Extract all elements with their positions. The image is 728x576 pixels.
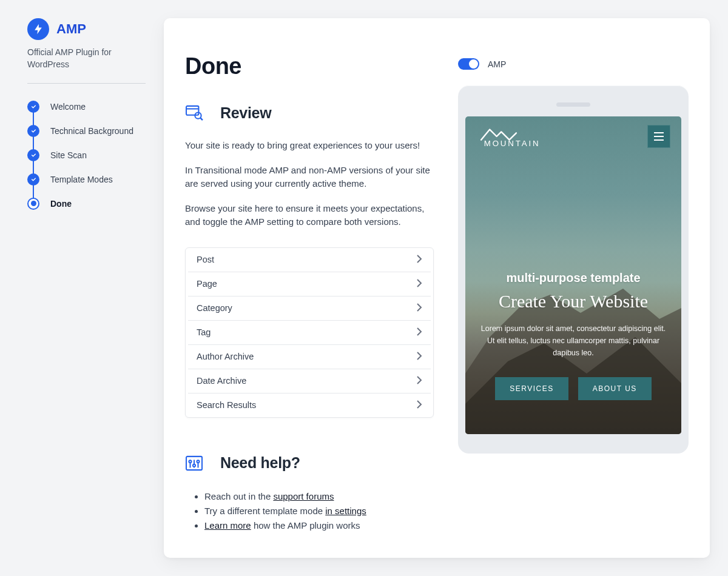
type-label: Search Results [197,400,256,410]
preview-heading: Create Your Website [477,291,669,312]
chevron-right-icon [416,303,422,313]
amp-toggle-label: AMP [488,59,506,69]
main-card: Done Review Your site is ready to bring … [164,18,710,558]
type-label: Page [197,279,217,289]
chevron-right-icon [416,352,422,362]
help-section-head: Need help? [185,454,434,472]
brand-subtitle: Official AMP Plugin for WordPress [27,46,146,71]
type-label: Category [197,303,232,313]
type-label: Tag [197,327,211,337]
step-welcome[interactable]: Welcome [27,95,146,119]
settings-sliders-icon [185,454,203,472]
step-label: Done [50,199,72,209]
type-tag[interactable]: Tag [188,321,431,345]
step-technical-background[interactable]: Technical Background [27,119,146,143]
help-text: how the AMP plugin works [251,520,360,531]
help-list: Reach out in the support forums Try a di… [185,489,434,533]
step-list: Welcome Technical Background Site Scan T… [27,95,146,216]
support-forums-link[interactable]: support forums [273,491,334,501]
type-date-archive[interactable]: Date Archive [188,369,431,393]
step-done[interactable]: Done [27,192,146,216]
help-item: Reach out in the support forums [204,489,434,503]
type-label: Post [197,255,214,264]
services-button[interactable]: SERVICES [495,377,568,400]
type-label: Date Archive [197,376,246,386]
amp-toggle-row: AMP [458,58,689,70]
preview-buttons: SERVICES ABOUT US [477,377,669,400]
step-label: Technical Background [50,126,133,136]
help-item: Try a different template mode in setting… [204,504,434,518]
mountain-logo: MOUNTAIN [476,125,555,148]
review-icon [185,104,203,122]
page-title: Done [185,53,434,79]
help-heading: Need help? [220,454,300,472]
chevron-right-icon [416,255,422,265]
svg-point-6 [189,460,191,463]
svg-point-10 [197,460,199,463]
type-post[interactable]: Post [188,248,431,272]
review-para-2: In Transitional mode AMP and non-AMP ver… [185,164,434,191]
amp-logo-icon [27,18,49,40]
preview-topbar: MOUNTAIN [465,116,681,154]
check-icon [27,149,39,161]
amp-toggle[interactable] [458,58,479,70]
hamburger-icon[interactable] [647,125,670,148]
logo-text: MOUNTAIN [484,139,541,148]
about-us-button[interactable]: ABOUT US [578,377,652,400]
sidebar: AMP Official AMP Plugin for WordPress We… [27,18,146,558]
review-section-head: Review [185,104,434,122]
help-item: Learn more how the AMP plugin works [204,518,434,532]
step-label: Site Scan [50,150,87,160]
in-settings-link[interactable]: in settings [325,506,366,516]
sidebar-divider [27,83,146,84]
help-text: Try a different template mode [204,506,325,516]
chevron-right-icon [416,400,422,410]
review-para-1: Your site is ready to bring great experi… [185,139,434,153]
type-label: Author Archive [197,352,254,361]
preview-hero: multi-purpose template Create Your Websi… [465,271,681,400]
brand-title: AMP [56,21,86,37]
chevron-right-icon [416,376,422,386]
step-template-modes[interactable]: Template Modes [27,167,146,192]
help-text: Reach out in the [204,491,273,501]
type-page[interactable]: Page [188,272,431,296]
step-label: Welcome [50,102,86,112]
svg-rect-0 [186,106,198,115]
check-icon [27,125,39,137]
svg-line-3 [200,118,203,120]
chevron-right-icon [416,327,422,338]
learn-more-link[interactable]: Learn more [204,520,251,531]
content-type-list: Post Page Category Tag Author Archive [185,247,434,418]
check-icon [27,173,39,186]
review-heading: Review [220,104,271,122]
current-step-icon [27,198,39,210]
check-icon [27,101,39,113]
preview-subheading: multi-purpose template [477,271,669,285]
step-label: Template Modes [50,175,113,184]
step-site-scan[interactable]: Site Scan [27,143,146,167]
phone-frame: MOUNTAIN multi-purpose template Cre [458,85,689,454]
chevron-right-icon [416,279,422,289]
type-category[interactable]: Category [188,296,431,321]
review-para-3: Browse your site here to ensure it meets… [185,202,434,229]
type-search-results[interactable]: Search Results [188,393,431,417]
svg-point-8 [193,464,195,466]
preview-lorem: Lorem ipsum dolor sit amet, consectetur … [477,323,669,359]
site-preview[interactable]: MOUNTAIN multi-purpose template Cre [465,116,681,434]
phone-notch [556,102,590,107]
brand: AMP [27,18,146,40]
type-author-archive[interactable]: Author Archive [188,345,431,369]
